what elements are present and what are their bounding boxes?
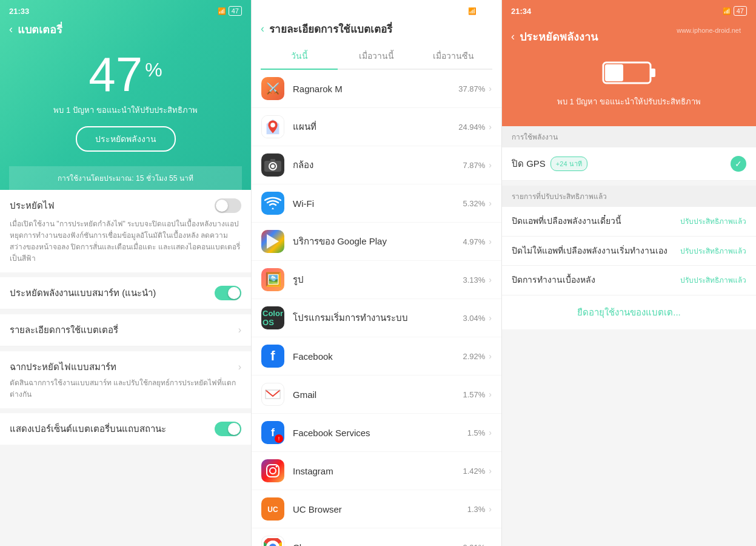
app-name-camera: กล้อง — [293, 158, 463, 172]
app-percent-photos: 3.13% — [463, 275, 485, 285]
app-chevron-camera: › — [489, 160, 492, 170]
smart-scene-desc-container: ตัดสินฉากการใช้งานแบบสมาร์ท และปรับใช้กล… — [0, 377, 251, 408]
opt2-row: ปิดไม่ให้แอพที่เปลืองพลังงานเริ่มทำงานเอ… — [502, 237, 756, 266]
panel-battery-detail: 21:33 📶 47 ‹ รายละเอียดการใช้แบตเตอรี่ ว… — [251, 0, 502, 546]
opt3-link[interactable]: ปรับประสิทธิภาพแล้ว — [680, 274, 746, 286]
app-icon-ragnarok: ⚔️ — [261, 77, 284, 100]
show-percent-label: แสดงเปอร์เซ็นต์แบตเตอรี่บนแถบสถานะ — [10, 422, 166, 436]
opt1-label: ปิดแอพที่เปลืองพลังงานเดี๋ยวนี้ — [512, 215, 673, 228]
extend-battery-link[interactable]: ยืดอายุใช้งานของแบตเต... — [502, 295, 756, 329]
app-name-photos: รูป — [293, 272, 463, 287]
save-power-button[interactable]: ประหยัดพลังงาน — [76, 126, 176, 152]
panel2-header: 21:33 📶 47 ‹ รายละเอียดการใช้แบตเตอรี่ ว… — [252, 0, 501, 70]
app-chevron-facebook: › — [489, 351, 492, 361]
show-percent-toggle[interactable] — [215, 422, 241, 436]
opt2-link[interactable]: ปรับประสิทธิภาพแล้ว — [680, 245, 746, 257]
tab-today[interactable]: วันนี้ — [261, 43, 338, 70]
battery-hint: พบ 1 ปัญหา ขอแนะนำให้ปรับประสิทธิภาพ — [53, 104, 197, 116]
show-percent-row: แสดงเปอร์เซ็นต์แบตเตอรี่บนแถบสถานะ — [0, 413, 251, 445]
svg-point-1 — [270, 123, 275, 127]
app-row-instagram[interactable]: Instagram 1.42% › — [252, 452, 501, 490]
app-percent-chrome: 0.91% — [463, 543, 485, 547]
tab-day-before[interactable]: เมื่อวานซืน — [415, 43, 492, 70]
opt1-link[interactable]: ปรับประสิทธิภาพแล้ว — [680, 215, 746, 227]
battery-issue-text: พบ 1 ปัญหา ขอแนะนำให้ปรับประสิทธิภาพ — [557, 95, 701, 108]
app-icon-facebook: f — [261, 345, 284, 368]
status-time-2: 21:33 — [261, 7, 281, 16]
battery-badge-3: 47 — [734, 6, 747, 16]
app-name-chrome: Chrome — [293, 542, 463, 547]
battery-badge-1: 47 — [229, 6, 242, 16]
app-percent-instagram: 1.42% — [463, 467, 485, 476]
app-chevron-instagram: › — [489, 466, 492, 476]
app-icon-camera — [261, 153, 284, 177]
back-arrow-2[interactable]: ‹ — [261, 22, 264, 35]
app-percent-maps: 24.94% — [458, 123, 485, 132]
app-percent-gplay: 4.97% — [463, 237, 485, 246]
app-name-gplay: บริการของ Google Play — [293, 234, 463, 249]
app-icon-coloros: ColorOS — [261, 306, 284, 329]
battery-percent-display: 47 % — [89, 50, 162, 99]
panel3-body: การใช้พลังงาน ปิด GPS +24 นาที ✓ รายการท… — [502, 126, 756, 546]
back-arrow-1[interactable]: ‹ — [9, 23, 13, 36]
app-icon-gplay — [261, 230, 284, 253]
app-icon-chrome — [261, 536, 284, 546]
percent-sign: % — [145, 60, 162, 79]
eco-save-desc: เมื่อเปิดใช้งาน "การประหยัดกำลังไฟ" ระบบ… — [10, 220, 240, 263]
svg-rect-5 — [270, 159, 275, 161]
status-bar-2: 21:33 📶 47 — [261, 6, 492, 16]
app-icon-gmail — [261, 383, 284, 406]
app-icon-wifi — [261, 192, 284, 215]
smart-scene-row[interactable]: ฉากประหยัดไฟแบบสมาร์ท › — [0, 351, 251, 377]
battery-detail-chevron: › — [238, 325, 241, 335]
app-row-gmail[interactable]: Gmail 1.57% › — [252, 376, 501, 414]
svg-rect-20 — [651, 69, 655, 77]
status-bar-1: 21:33 📶 47 — [9, 6, 242, 16]
app-row-maps[interactable]: แผนที่ 24.94% › — [252, 108, 501, 146]
app-percent-ragnarok: 37.87% — [458, 84, 485, 93]
app-row-fbservices[interactable]: f ! Facebook Services 1.5% › — [252, 414, 501, 452]
signal-icon-2: 📶 — [468, 7, 477, 15]
app-row-facebook[interactable]: f Facebook 2.92% › — [252, 337, 501, 376]
smart-save-row: ประหยัดพลังงานแบบสมาร์ท (แนะนำ) — [0, 277, 251, 309]
app-row-gplay[interactable]: บริการของ Google Play 4.97% › — [252, 223, 501, 261]
gps-label-area: ปิด GPS +24 นาที — [512, 157, 587, 171]
app-row-camera[interactable]: กล้อง 7.87% › — [252, 146, 501, 184]
smart-save-label: ประหยัดพลังงานแบบสมาร์ท (แนะนำ) — [10, 286, 156, 300]
app-row-photos[interactable]: 🖼️ รูป 3.13% › — [252, 261, 501, 299]
app-row-ragnarok[interactable]: ⚔️ Ragnarok M 37.87% › — [252, 70, 501, 108]
svg-point-11 — [276, 466, 278, 468]
battery-icon-svg — [602, 58, 657, 88]
gps-check[interactable]: ✓ — [731, 156, 746, 172]
app-row-chrome[interactable]: Chrome 0.91% › — [252, 528, 501, 546]
svg-text:UC: UC — [267, 505, 278, 514]
battery-detail-label: รายละเอียดการใช้แบตเตอรี่ — [10, 323, 118, 337]
svg-rect-7 — [264, 388, 281, 401]
opt3-label: ปิดการทำงานเบื้องหลัง — [512, 274, 673, 286]
svg-point-4 — [271, 164, 275, 168]
app-name-wifi: Wi-Fi — [293, 198, 463, 209]
app-percent-gmail: 1.57% — [463, 390, 485, 399]
battery-icon-area: พบ 1 ปัญหา ขอแนะนำให้ปรับประสิทธิภาพ — [511, 46, 747, 114]
svg-marker-6 — [267, 234, 279, 249]
smart-save-toggle[interactable] — [215, 286, 241, 300]
gps-row: ปิด GPS +24 นาที ✓ — [502, 147, 756, 181]
battery-detail-row[interactable]: รายละเอียดการใช้แบตเตอรี่ › — [0, 314, 251, 346]
tab-yesterday[interactable]: เมื่อวานนี้ — [338, 43, 415, 70]
app-chevron-chrome: › — [489, 542, 492, 546]
panel1-header: 21:33 📶 47 ‹ แบตเตอรี่ 47 % พบ 1 ปัญหา ข… — [0, 0, 251, 190]
panel3-top: 21:34 📶 47 www.iphone-droid.net ‹ ประหยั… — [502, 0, 756, 126]
app-name-coloros: โปรแกรมเริ่มการทำงานระบบ — [293, 311, 463, 325]
app-row-wifi[interactable]: Wi-Fi 5.32% › — [252, 184, 501, 223]
status-time-1: 21:33 — [9, 7, 29, 16]
app-row-uc[interactable]: UC UC Browser 1.3% › — [252, 490, 501, 528]
app-chevron-ragnarok: › — [489, 84, 492, 93]
app-percent-uc: 1.3% — [467, 505, 486, 514]
app-name-maps: แผนที่ — [293, 120, 458, 134]
app-name-fbservices: Facebook Services — [293, 428, 467, 438]
app-row-coloros[interactable]: ColorOS โปรแกรมเริ่มการทำงานระบบ 3.04% › — [252, 299, 501, 337]
eco-save-toggle[interactable] — [215, 198, 241, 213]
app-name-gmail: Gmail — [293, 389, 463, 400]
app-chevron-gplay: › — [489, 237, 492, 246]
app-chevron-fbservices: › — [489, 428, 492, 437]
